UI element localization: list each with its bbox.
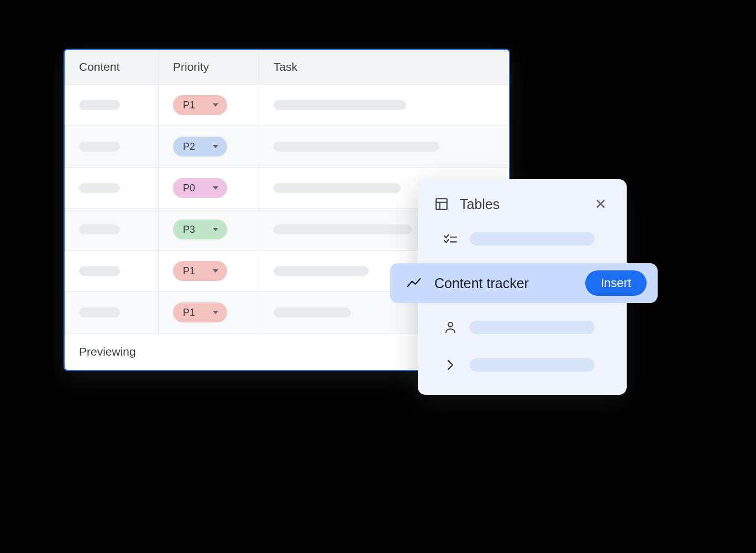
chevron-down-icon — [213, 228, 218, 231]
column-header-task: Task — [259, 50, 509, 84]
panel-title: Tables — [460, 196, 580, 212]
content-placeholder — [79, 183, 120, 193]
priority-chip-label: P0 — [183, 182, 195, 194]
table-row: P2 — [65, 126, 509, 168]
close-button[interactable]: ✕ — [591, 194, 610, 215]
chevron-down-icon — [213, 186, 218, 190]
table-row: P1 — [65, 85, 509, 126]
content-placeholder — [79, 100, 120, 110]
content-cell — [65, 292, 159, 333]
table-header-row: Content Priority Task — [65, 50, 509, 85]
chevron-right-icon — [443, 358, 458, 372]
chevron-down-icon — [213, 269, 218, 273]
template-item[interactable] — [418, 225, 627, 253]
content-placeholder — [79, 307, 120, 317]
task-placeholder — [274, 266, 369, 276]
task-placeholder — [274, 307, 351, 317]
priority-chip[interactable]: P0 — [173, 178, 227, 198]
checklist-icon — [443, 233, 458, 245]
content-cell — [65, 251, 159, 291]
priority-chip[interactable]: P1 — [173, 302, 227, 322]
table-icon — [434, 197, 449, 211]
priority-chip-label: P1 — [183, 307, 195, 319]
template-label-placeholder — [470, 358, 595, 372]
priority-cell: P0 — [159, 168, 259, 208]
priority-chip[interactable]: P3 — [173, 220, 227, 239]
svg-rect-0 — [436, 199, 447, 210]
priority-chip-label: P1 — [183, 265, 195, 277]
priority-chip[interactable]: P1 — [173, 95, 227, 115]
priority-chip-label: P3 — [183, 224, 195, 236]
priority-chip-label: P2 — [183, 141, 195, 153]
priority-chip-label: P1 — [183, 100, 195, 111]
tables-panel: Tables ✕ Content tracker Insert — [418, 179, 627, 395]
chevron-down-icon — [213, 103, 218, 107]
task-cell — [259, 85, 509, 126]
content-cell — [65, 85, 159, 126]
task-placeholder — [274, 100, 406, 110]
priority-cell: P1 — [159, 292, 259, 333]
task-placeholder — [274, 225, 412, 234]
priority-chip[interactable]: P1 — [173, 261, 227, 281]
template-list: Content tracker Insert — [418, 225, 627, 379]
content-cell — [65, 126, 159, 167]
task-placeholder — [274, 142, 439, 152]
content-placeholder — [79, 225, 120, 234]
priority-cell: P1 — [159, 85, 259, 126]
content-cell — [65, 168, 159, 208]
priority-cell: P3 — [159, 209, 259, 250]
task-placeholder — [274, 183, 401, 193]
person-icon — [443, 321, 458, 334]
task-cell — [259, 126, 509, 167]
template-label-placeholder — [470, 321, 595, 334]
column-header-content: Content — [65, 50, 159, 84]
template-item[interactable] — [418, 351, 627, 379]
template-label-placeholder — [470, 232, 595, 246]
column-header-priority: Priority — [159, 50, 259, 84]
template-label: Content tracker — [434, 275, 572, 291]
content-cell — [65, 209, 159, 250]
chevron-down-icon — [213, 311, 218, 314]
trend-icon — [407, 277, 421, 289]
priority-cell: P2 — [159, 126, 259, 167]
content-placeholder — [79, 266, 120, 276]
template-item-selected[interactable]: Content tracker Insert — [390, 263, 658, 303]
priority-chip[interactable]: P2 — [173, 137, 227, 156]
template-item[interactable] — [418, 313, 627, 342]
chevron-down-icon — [213, 145, 218, 148]
content-placeholder — [79, 142, 120, 152]
svg-point-1 — [448, 322, 453, 327]
insert-button[interactable]: Insert — [585, 270, 647, 296]
priority-cell: P1 — [159, 251, 259, 291]
